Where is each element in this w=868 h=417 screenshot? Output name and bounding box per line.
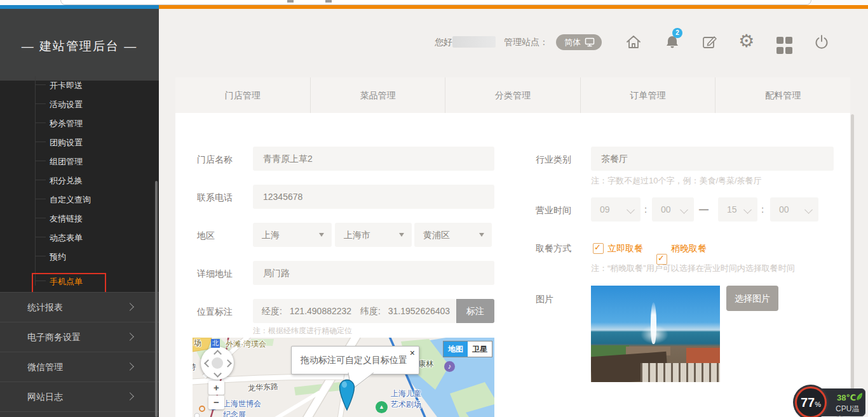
industry-input[interactable]: 茶餐厅 <box>591 147 834 171</box>
close-hour-select[interactable]: 15 <box>718 197 757 222</box>
phone-input[interactable]: 12345678 <box>253 185 494 209</box>
home-icon[interactable] <box>625 33 642 51</box>
chevron-right-icon <box>126 303 134 311</box>
coordinates-field[interactable]: 经度: 121.490882232 纬度: 31.1952626403 <box>253 299 456 323</box>
map-pin-marker[interactable] <box>337 377 358 413</box>
sidebar-scrollbar-thumb[interactable] <box>155 181 158 417</box>
cpu-temperature: 38℃ <box>837 393 856 402</box>
pickup-now-label[interactable]: 立即取餐 <box>607 243 643 255</box>
address-input[interactable]: 局门路 <box>253 261 494 285</box>
menu-tick <box>35 218 46 218</box>
chevron-down-icon <box>743 206 752 214</box>
power-icon[interactable] <box>813 33 831 51</box>
sidebar-header: — 建站管理后台 — <box>0 9 159 81</box>
map-zoom-out-button[interactable]: − <box>208 395 224 409</box>
pan-down-icon[interactable] <box>214 369 222 378</box>
close-minute-select[interactable]: 00 <box>770 197 818 222</box>
address-bar-sliver[interactable] <box>60 0 811 5</box>
app-title: — 建站管理后台 — <box>0 38 159 55</box>
open-hour-select[interactable]: 09 <box>591 197 641 222</box>
photo-mist <box>641 325 668 344</box>
pan-right-icon[interactable] <box>224 359 232 367</box>
pickup-now-checkbox[interactable] <box>593 243 604 254</box>
pan-center-dot[interactable] <box>212 357 223 369</box>
language-switch-button[interactable]: 简体 <box>556 34 602 50</box>
store-name-input[interactable]: 青青原上草2 <box>253 147 494 171</box>
sidebar-item-groupbuy[interactable]: 团购设置 <box>50 137 145 149</box>
monitor-icon <box>585 37 595 47</box>
park-icon: ▲ <box>376 401 388 413</box>
menu-tick <box>35 103 46 104</box>
map-pan-control[interactable] <box>201 347 234 380</box>
site-label: 管理站点： <box>504 37 548 48</box>
time-colon: : <box>761 204 764 215</box>
sidebar-item-points[interactable]: 积分兑换 <box>50 175 145 187</box>
notification-bell-icon[interactable]: 2 <box>663 33 681 51</box>
sidebar-item-links[interactable]: 友情链接 <box>50 213 145 225</box>
cpu-gauge-ring: 77% <box>795 387 827 417</box>
chevron-down-icon <box>804 206 813 214</box>
region-label: 地区 <box>197 230 215 242</box>
sidebar-item-custom-query[interactable]: 自定义查询 <box>50 194 145 206</box>
tab-store-manage[interactable]: 门店管理 <box>175 77 310 113</box>
sidebar-section-wechat[interactable]: 微信管理 <box>0 352 159 382</box>
tab-order-manage[interactable]: 订单管理 <box>580 77 715 113</box>
map-type-satellite-button[interactable]: 卫星 <box>468 341 492 357</box>
edit-icon[interactable] <box>701 33 719 51</box>
map-tooltip: 拖动标注可自定义目标位置 × <box>291 346 419 374</box>
sidebar-item-activity-settings[interactable]: 活动设置 <box>50 99 145 110</box>
map-zoom-in-button[interactable]: + <box>208 381 224 395</box>
section-label: 统计报表 <box>27 302 63 314</box>
pan-left-icon[interactable] <box>204 359 212 367</box>
lng-value: 121.490882232 <box>290 306 351 316</box>
lng-label: 经度: <box>262 306 282 316</box>
sidebar-item-card-gift[interactable]: 开卡即送 <box>50 80 145 91</box>
photo-red-roof <box>686 348 720 364</box>
sidebar-item-flashsale[interactable]: 秒杀管理 <box>50 118 145 129</box>
chevron-down-icon <box>680 206 688 214</box>
district-select[interactable]: 黄浦区 <box>414 223 492 247</box>
leaf-icon <box>856 392 864 401</box>
pan-up-icon[interactable] <box>214 350 222 358</box>
address-label: 详细地址 <box>197 268 233 280</box>
settings-gear-icon[interactable]: ⚙ <box>738 30 756 48</box>
sidebar-section-ecommerce[interactable]: 电子商务设置 <box>0 322 159 352</box>
province-select[interactable]: 上海 <box>253 223 332 247</box>
pickup-later-label[interactable]: 稍晚取餐 <box>671 243 707 255</box>
mark-location-button[interactable]: 标注 <box>456 299 494 323</box>
tab-ingredient-manage[interactable]: 配料管理 <box>715 77 850 113</box>
content-scrollbar-thumb[interactable] <box>851 114 854 400</box>
map-type-map-button[interactable]: 地图 <box>444 341 468 357</box>
lat-value: 31.1952626403 <box>388 306 450 316</box>
cpu-usage-gauge[interactable]: 77% <box>793 385 829 417</box>
close-hour-value: 15 <box>727 204 737 215</box>
open-minute-value: 00 <box>661 204 671 215</box>
compass-north-badge[interactable]: 北 <box>211 339 220 348</box>
store-name-label: 门店名称 <box>197 154 233 166</box>
sidebar-item-group-manage[interactable]: 组团管理 <box>50 156 145 168</box>
city-select[interactable]: 上海市 <box>335 223 412 247</box>
dropdown-caret-icon <box>319 233 324 237</box>
sidebar-section-reports[interactable]: 统计报表 <box>0 292 159 322</box>
map-label-poi1: 外滩·湾璞会 <box>226 339 266 350</box>
pickup-note: 注：“稍晚取餐”用户可以选择在营业时间内选择取餐时间 <box>591 263 795 274</box>
sidebar-item-booking[interactable]: 预约 <box>50 251 145 263</box>
time-range-dash: — <box>699 204 709 215</box>
menu-tick <box>35 161 46 161</box>
section-label: 微信管理 <box>27 362 63 373</box>
menu-tick <box>35 84 46 85</box>
district-value: 黄浦区 <box>423 230 450 240</box>
section-label: 网站日志 <box>27 392 63 403</box>
sidebar-section-logs[interactable]: 网站日志 <box>0 381 159 412</box>
apps-grid-icon[interactable] <box>776 36 794 55</box>
tab-dish-manage[interactable]: 菜品管理 <box>310 77 445 113</box>
open-minute-select[interactable]: 00 <box>652 197 694 222</box>
menu-tick <box>35 199 46 199</box>
tab-category-manage[interactable]: 分类管理 <box>445 77 580 113</box>
map-label-poi4: 上海世博会纪念展 <box>223 399 261 417</box>
city-value: 上海市 <box>344 230 370 240</box>
toolbar-icon-nub <box>287 0 294 3</box>
tooltip-close-icon[interactable]: × <box>410 348 415 358</box>
sidebar-item-forms[interactable]: 动态表单 <box>50 232 145 244</box>
choose-image-button[interactable]: 选择图片 <box>726 286 778 311</box>
